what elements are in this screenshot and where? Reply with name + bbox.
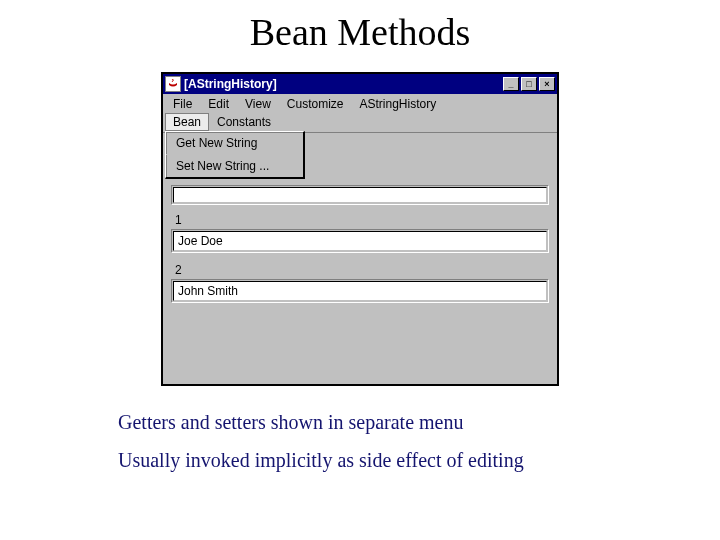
titlebar[interactable]: [AStringHistory] _ □ × bbox=[163, 74, 557, 94]
minimize-icon: _ bbox=[508, 79, 513, 89]
field-group-hidden bbox=[171, 185, 549, 205]
close-icon: × bbox=[544, 79, 549, 89]
menu-constants[interactable]: Constants bbox=[209, 113, 279, 131]
java-cup-icon bbox=[165, 76, 181, 92]
close-button[interactable]: × bbox=[539, 77, 555, 91]
menu-item-set-new-string[interactable]: Set New String ... bbox=[166, 154, 303, 177]
menu-edit[interactable]: Edit bbox=[200, 95, 237, 113]
field-input-2[interactable] bbox=[173, 281, 547, 301]
caption-1: Getters and setters shown in separate me… bbox=[118, 404, 720, 440]
slide-title: Bean Methods bbox=[0, 10, 720, 54]
menu-customize[interactable]: Customize bbox=[279, 95, 352, 113]
bean-dropdown: Get New String Set New String ... bbox=[165, 131, 305, 179]
menu-item-get-new-string[interactable]: Get New String bbox=[166, 132, 303, 154]
client-area: Get New String Set New String ... 1 2 bbox=[163, 132, 557, 384]
menu-bean[interactable]: Bean bbox=[165, 113, 209, 131]
maximize-icon: □ bbox=[526, 79, 531, 89]
minimize-button[interactable]: _ bbox=[503, 77, 519, 91]
menu-file[interactable]: File bbox=[165, 95, 200, 113]
field-group-1: 1 bbox=[171, 213, 549, 253]
window-title: [AStringHistory] bbox=[184, 77, 501, 91]
menu-astringhistory[interactable]: AStringHistory bbox=[352, 95, 445, 113]
field-label-1: 1 bbox=[175, 213, 549, 227]
menu-view[interactable]: View bbox=[237, 95, 279, 113]
field-label-2: 2 bbox=[175, 263, 549, 277]
field-input-1[interactable] bbox=[173, 231, 547, 251]
app-window: [AStringHistory] _ □ × File Edit View Cu… bbox=[161, 72, 559, 386]
caption-2: Usually invoked implicitly as side effec… bbox=[118, 442, 720, 478]
field-hidden-input[interactable] bbox=[173, 187, 547, 203]
menubar: File Edit View Customize AStringHistory … bbox=[163, 94, 557, 132]
maximize-button[interactable]: □ bbox=[521, 77, 537, 91]
window-controls: _ □ × bbox=[501, 77, 555, 91]
field-group-2: 2 bbox=[171, 263, 549, 303]
